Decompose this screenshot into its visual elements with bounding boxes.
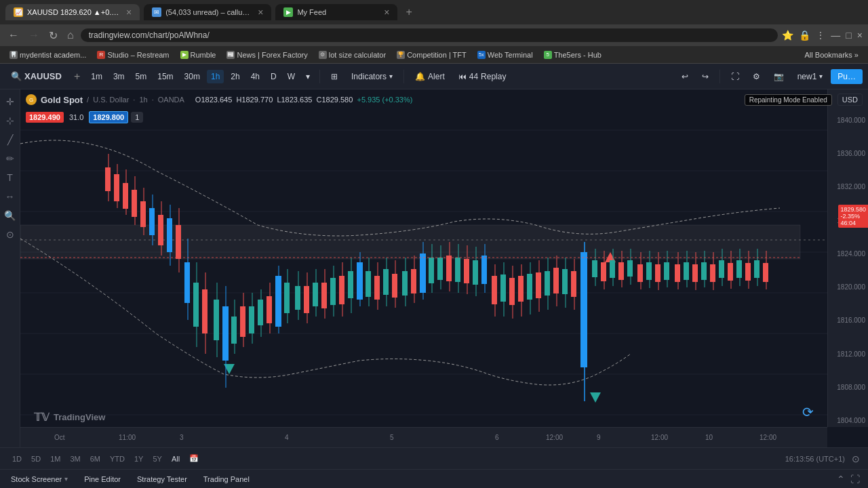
chart-symbol-name: Gold Spot xyxy=(41,95,83,105)
range-1d[interactable]: 1D xyxy=(8,453,26,464)
redo-button[interactable]: ↪ xyxy=(696,70,714,83)
timeframe-30m[interactable]: 30m xyxy=(180,70,204,83)
home-button[interactable]: ⌂ xyxy=(64,28,77,43)
range-6m[interactable]: 6M xyxy=(86,453,104,464)
tab-label-3: My Feed xyxy=(297,8,326,16)
range-5y[interactable]: 5Y xyxy=(149,453,165,464)
tab-xauusd[interactable]: 📈 XAUUSD 1829.620 ▲+0.51% × xyxy=(5,4,140,20)
reload-button[interactable]: ↻ xyxy=(46,28,60,43)
indicators-button[interactable]: Indicators ▾ xyxy=(346,70,398,83)
price-tick-1808: 1808.000 xyxy=(831,384,865,391)
undo-button[interactable]: ↩ xyxy=(676,70,694,83)
time-tick-1200c: 12:00 xyxy=(760,434,776,441)
strategy-tester-button[interactable]: Strategy Tester xyxy=(134,474,190,485)
svg-rect-145 xyxy=(692,264,698,282)
tab-myfeed[interactable]: ▶ My Feed × xyxy=(275,4,397,20)
time-axis: Oct 11:00 3 4 5 6 12:00 9 12:00 10 12:00 xyxy=(20,427,827,447)
footer-collapse-icon[interactable]: ⌃ xyxy=(837,474,845,485)
timeframe-15m[interactable]: 15m xyxy=(153,70,177,83)
svg-rect-37 xyxy=(202,289,208,333)
extension-icon[interactable]: ⭐ xyxy=(782,30,793,41)
new-tab-button[interactable]: + xyxy=(401,5,416,20)
price-tick-1824: 1824.000 xyxy=(831,250,865,258)
add-symbol-button[interactable]: + xyxy=(70,69,84,84)
symbol-selector[interactable]: 🔍 XAUUSD xyxy=(5,68,67,84)
pine-editor-button[interactable]: Pine Editor xyxy=(81,474,123,485)
save-button[interactable]: new1 ▾ xyxy=(792,70,829,83)
settings-icon[interactable]: ⋮ xyxy=(816,30,825,41)
chart-refresh-icon[interactable]: ⟳ xyxy=(802,404,814,420)
time-tick-1200b: 12:00 xyxy=(651,434,668,441)
repainting-badge: Repainting Mode Enabled xyxy=(745,94,832,106)
bookmark-allbooks[interactable]: All Bookmarks » xyxy=(801,49,863,60)
chart-settings-button[interactable]: ⚙ xyxy=(747,70,766,83)
bookmark-rumble[interactable]: ▶ Rumble Rumble xyxy=(176,49,220,60)
screener-dropdown-arrow: ▾ xyxy=(64,475,68,483)
timeframe-more[interactable]: ▾ xyxy=(302,70,314,83)
bookmarks-bar: 🦷 mydentist academ... R Studio – Restrea… xyxy=(0,46,868,64)
bookmark-dentist[interactable]: 🦷 mydentist academ... xyxy=(5,49,90,60)
crosshair-tool[interactable]: ⊹ xyxy=(3,113,17,129)
svg-rect-159 xyxy=(754,260,760,278)
alert-button[interactable]: 🔔 Alert xyxy=(410,70,450,83)
brush-tool[interactable]: ✏ xyxy=(3,150,17,167)
range-ytd[interactable]: YTD xyxy=(106,453,129,464)
timeframe-w[interactable]: W xyxy=(283,70,299,83)
tv-logo-icon: 𝕋𝕍 xyxy=(34,411,50,424)
timeframe-2h[interactable]: 2h xyxy=(226,70,243,83)
bookmark-forex[interactable]: 📰 News | Forex Factory xyxy=(222,49,311,60)
cursor-tool[interactable]: ✛ xyxy=(3,94,17,110)
low-price: 1823.635 xyxy=(281,96,313,104)
measure-tool[interactable]: ↔ xyxy=(3,188,18,205)
bottom-refresh-icon[interactable]: ⊙ xyxy=(852,453,860,464)
svg-rect-89 xyxy=(437,258,443,280)
timeframe-5m[interactable]: 5m xyxy=(132,70,151,83)
close-tab-icon-3[interactable]: × xyxy=(384,7,389,18)
range-3m[interactable]: 3M xyxy=(66,453,84,464)
calendar-icon[interactable]: 📅 xyxy=(185,453,203,464)
range-1m[interactable]: 1M xyxy=(46,453,64,464)
minimize-button[interactable]: — xyxy=(831,30,840,41)
bookmark-restream[interactable]: R Studio – Restream xyxy=(93,49,173,60)
fullscreen-button[interactable]: ⛶ xyxy=(726,70,745,83)
timeframe-3m[interactable]: 3m xyxy=(109,70,129,83)
snapshot-button[interactable]: 📷 xyxy=(768,70,789,83)
line-tool[interactable]: ╱ xyxy=(5,131,16,148)
close-tab-icon-2[interactable]: × xyxy=(258,7,263,18)
back-button[interactable]: ← xyxy=(5,28,22,43)
chart-type-button[interactable]: ⊞ xyxy=(326,70,343,83)
trading-panel-button[interactable]: Trading Panel xyxy=(201,474,252,485)
timeframe-1m[interactable]: 1m xyxy=(87,70,106,83)
close-button[interactable]: × xyxy=(857,30,863,41)
address-bar[interactable]: tradingview.com/chart/poAlWhna/ xyxy=(81,28,778,42)
svg-rect-147 xyxy=(701,262,707,280)
timeframe-d[interactable]: D xyxy=(267,70,281,83)
range-5d[interactable]: 5D xyxy=(27,453,45,464)
timeframe-1h[interactable]: 1h xyxy=(207,70,224,83)
indicator-number[interactable]: 1 xyxy=(131,112,143,123)
magnet-tool[interactable]: ⊙ xyxy=(3,226,17,243)
open-price: 1823.645 xyxy=(201,96,232,104)
close-tab-icon[interactable]: × xyxy=(126,7,132,18)
bookmark-5ers[interactable]: 5 The5ers - Hub xyxy=(540,49,606,60)
currency-select[interactable]: USD xyxy=(837,94,863,106)
text-tool[interactable]: T xyxy=(4,169,16,186)
footer-expand-icon[interactable]: ⛶ xyxy=(850,474,860,485)
maximize-button[interactable]: □ xyxy=(846,30,851,41)
replay-button[interactable]: ⏮ 44 Replay xyxy=(453,70,512,83)
zoom-tool[interactable]: 🔍 xyxy=(1,207,18,224)
forward-button[interactable]: → xyxy=(26,28,42,43)
price-tick-1812: 1812.000 xyxy=(831,350,865,358)
publish-button[interactable]: Pu… xyxy=(831,69,863,84)
extension-icon-2[interactable]: 🔒 xyxy=(799,30,810,41)
bookmark-webterminal[interactable]: 5x Web Terminal xyxy=(473,49,537,60)
bookmark-tft[interactable]: 🏆 Competition | TFT xyxy=(393,49,471,60)
range-1y[interactable]: 1Y xyxy=(130,453,147,464)
timeframe-4h[interactable]: 4h xyxy=(247,70,264,83)
tab-callum[interactable]: ✉ (54,033 unread) – callum.colv... × xyxy=(144,4,271,20)
stock-screener-button[interactable]: Stock Screener ▾ xyxy=(8,474,71,485)
bookmark-lotsize[interactable]: ⚙ lot size calculator xyxy=(315,49,390,60)
save-dropdown: ▾ xyxy=(819,73,823,80)
range-all[interactable]: All xyxy=(167,453,184,464)
price-tick-1804: 1804.000 xyxy=(831,417,865,424)
